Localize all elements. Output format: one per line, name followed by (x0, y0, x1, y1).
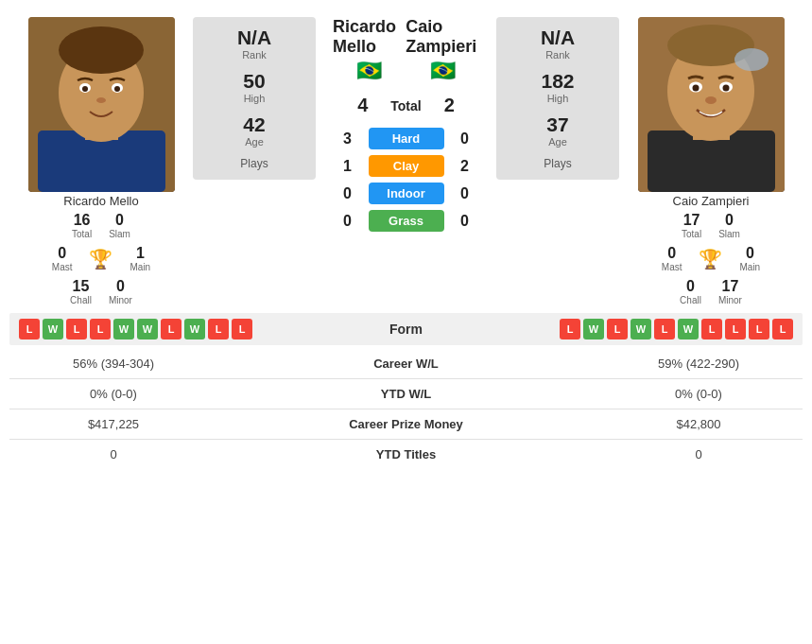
left-player-column: Ricardo Mello 16 Total 0 Slam 0 (17, 17, 185, 305)
form-chip: W (631, 319, 651, 339)
form-chip: W (184, 319, 205, 339)
bsr-left-val-3: 0 (19, 447, 208, 461)
right-slam-cell: 0 Slam (718, 212, 740, 239)
bsr-left-val-1: 0% (0-0) (19, 387, 208, 401)
left-main-cell: 1 Main (130, 245, 150, 272)
indoor-badge: Indoor (369, 183, 444, 204)
clay-badge: Clay (369, 155, 444, 177)
bottom-stats-container: 56% (394-304) Career W/L 59% (422-290) 0… (9, 349, 803, 469)
names-row: Ricardo Mello 🇧🇷 Caio Zampieri 🇧🇷 (323, 17, 489, 83)
right-stats-card: N/A Rank 182 High 37 Age Plays (496, 17, 619, 180)
form-chip: W (113, 319, 134, 339)
left-player-photo (28, 17, 175, 192)
right-plays-label: Plays (544, 157, 571, 170)
form-chip: L (560, 319, 580, 339)
right-player-column: Caio Zampieri 17 Total 0 Slam 0 (627, 17, 795, 305)
svg-point-9 (96, 97, 106, 103)
form-chip: L (90, 319, 111, 339)
form-chip: L (607, 319, 628, 339)
right-age-stat: 37 Age (546, 113, 568, 148)
surface-container: 3 Hard 0 1 Clay 2 0 Indoor 0 0 Grass (323, 128, 489, 232)
right-name-flag: Caio Zampieri 🇧🇷 (406, 17, 479, 83)
left-slam-cell: 0 Slam (109, 212, 130, 239)
left-total-cell: 16 Total (72, 212, 92, 239)
bsr-label-2: Career Prize Money (208, 417, 604, 431)
form-chip: L (701, 319, 722, 339)
form-chip: L (208, 319, 229, 339)
left-stats-card: N/A Rank 50 High 42 Age Plays (193, 17, 316, 180)
main-container: Ricardo Mello 16 Total 0 Slam 0 (0, 0, 812, 479)
indoor-surface-row: 0 Indoor 0 (333, 183, 479, 204)
svg-point-20 (734, 48, 769, 71)
left-stats-row-2: 0 Mast 🏆 1 Main (17, 245, 185, 272)
form-chip: W (583, 319, 604, 339)
right-form-chips: LWLWLWLLLL (560, 319, 793, 339)
left-form-chips: LWLLWWLWLL (19, 319, 252, 339)
svg-point-19 (705, 96, 717, 104)
trophy-icon-left: 🏆 (89, 248, 112, 270)
grass-badge: Grass (369, 210, 444, 232)
left-minor-cell: 0 Minor (109, 278, 132, 305)
svg-point-8 (114, 86, 120, 92)
bsr-label-0: Career W/L (208, 357, 604, 371)
left-plays-label: Plays (240, 157, 268, 170)
hard-badge: Hard (369, 128, 444, 149)
clay-surface-row: 1 Clay 2 (333, 155, 479, 177)
form-chip: L (19, 319, 40, 339)
right-chall-cell: 0 Chall (680, 278, 701, 305)
left-age-stat: 42 Age (243, 113, 265, 148)
left-rank-stat: N/A Rank (237, 26, 271, 61)
bsr-right-val-1: 0% (0-0) (604, 387, 793, 401)
form-chip: L (66, 319, 87, 339)
right-player-name-label: Caio Zampieri (673, 194, 750, 208)
form-section: LWLLWWLWLL Form LWLWLWLLLL (9, 313, 803, 345)
form-chip: L (161, 319, 181, 339)
svg-point-17 (692, 85, 699, 92)
form-chip: W (137, 319, 158, 339)
right-mast-cell: 0 Mast (662, 245, 682, 272)
left-chall-cell: 15 Chall (70, 278, 92, 305)
grass-surface-row: 0 Grass 0 (333, 210, 479, 232)
svg-point-4 (59, 26, 144, 74)
left-high-stat: 50 High (243, 70, 265, 104)
form-chip: L (654, 319, 675, 339)
left-stats-row-1: 16 Total 0 Slam (17, 212, 185, 239)
right-stats-row-2: 0 Mast 🏆 0 Main (627, 245, 795, 272)
left-player-name-label: Ricardo Mello (63, 194, 138, 208)
left-mast-cell: 0 Mast (52, 245, 73, 272)
bsr-label-3: YTD Titles (208, 447, 604, 461)
right-total-cell: 17 Total (682, 212, 701, 239)
right-minor-cell: 17 Minor (718, 278, 742, 305)
total-scores-row: 4 Total 2 (357, 95, 455, 116)
form-chip: L (232, 319, 252, 339)
bottom-stat-row: 0% (0-0) YTD W/L 0% (0-0) (9, 379, 803, 409)
bottom-stat-row: 56% (394-304) Career W/L 59% (422-290) (9, 349, 803, 379)
bottom-stat-row: 0 YTD Titles 0 (9, 440, 803, 469)
right-rank-stat: N/A Rank (541, 26, 575, 61)
right-player-photo (638, 17, 785, 192)
bottom-stat-row: $417,225 Career Prize Money $42,800 (9, 409, 803, 440)
form-chip: W (678, 319, 699, 339)
left-stats-row-3: 15 Chall 0 Minor (17, 278, 185, 305)
left-player-stats-info: 16 Total 0 Slam 0 Mast 🏆 1 (17, 212, 185, 305)
svg-point-7 (82, 86, 88, 92)
form-chip: W (43, 319, 63, 339)
form-chip: L (772, 319, 793, 339)
right-high-stat: 182 High (541, 70, 574, 104)
svg-point-18 (722, 85, 729, 92)
form-label: Form (389, 322, 423, 337)
form-chip: L (749, 319, 769, 339)
bsr-left-val-2: $417,225 (19, 417, 208, 431)
right-player-stats-info: 17 Total 0 Slam 0 Mast 🏆 0 (627, 212, 795, 305)
right-stats-row-3: 0 Chall 17 Minor (627, 278, 795, 305)
top-section: Ricardo Mello 16 Total 0 Slam 0 (9, 9, 803, 313)
trophy-icon-right: 🏆 (699, 248, 722, 270)
left-name-flag: Ricardo Mello 🇧🇷 (333, 17, 406, 83)
center-column: Ricardo Mello 🇧🇷 Caio Zampieri 🇧🇷 4 Tota… (323, 17, 489, 232)
right-main-cell: 0 Main (739, 245, 760, 272)
form-chip: L (725, 319, 746, 339)
bsr-right-val-2: $42,800 (604, 417, 793, 431)
bsr-right-val-3: 0 (604, 447, 793, 461)
bsr-left-val-0: 56% (394-304) (19, 357, 208, 371)
bsr-label-1: YTD W/L (208, 387, 604, 401)
